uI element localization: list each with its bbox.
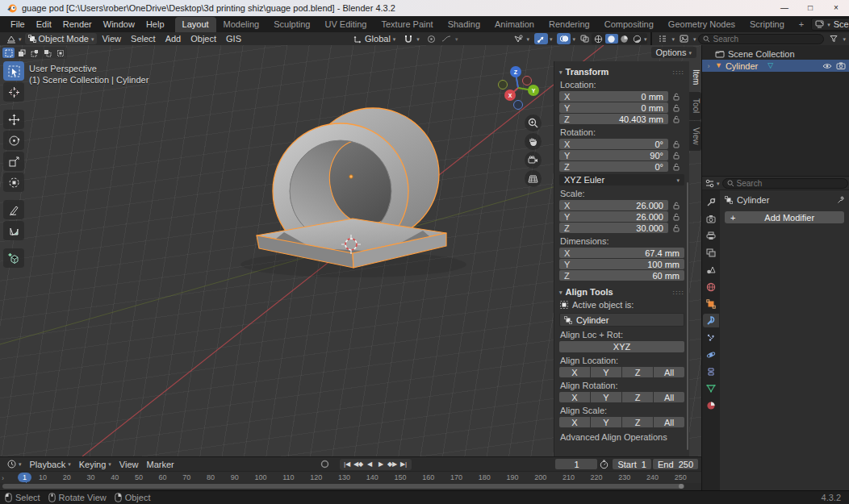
panel-drag-dots[interactable]: :::: (672, 289, 684, 296)
workspace-tab-geometry-nodes[interactable]: Geometry Nodes (661, 17, 742, 32)
properties-search-input[interactable] (737, 179, 843, 188)
align-scale-x-button[interactable]: X (559, 417, 590, 427)
workspace-tab-sculpting[interactable]: Sculpting (266, 17, 317, 32)
next-keyframe-button[interactable]: ◆▶ (387, 459, 398, 470)
select-subtract-mode-button[interactable] (28, 48, 40, 58)
scale-z-field[interactable]: Z30.000 (559, 223, 668, 233)
tab-particle-properties[interactable] (703, 331, 719, 344)
chevron-down-icon[interactable]: ▾ (572, 36, 575, 42)
snap-magnet-icon[interactable] (401, 33, 415, 44)
location-x-field[interactable]: X0 mm (559, 91, 668, 102)
stopwatch-icon[interactable] (597, 459, 611, 470)
auto-keying-record-icon[interactable] (318, 459, 332, 470)
dimensions-y-field[interactable]: Y100 mm (559, 259, 684, 269)
annotate-tool[interactable] (3, 200, 24, 219)
scale-x-field[interactable]: X26.000 (559, 200, 668, 210)
gizmo-axis-neg-z[interactable] (514, 101, 523, 110)
overlays-toggle-icon[interactable] (557, 33, 571, 44)
options-button[interactable]: Options ▾ (651, 47, 696, 58)
n-panel-tab-item[interactable]: Item (689, 63, 701, 91)
dimensions-z-field[interactable]: Z60 mm (559, 270, 684, 281)
scale-tool[interactable] (3, 152, 24, 171)
add-workspace-button[interactable]: + (792, 17, 811, 32)
chevron-down-icon[interactable]: ▾ (671, 36, 675, 42)
workspace-tab-animation[interactable]: Animation (487, 17, 542, 32)
workspace-tab-shading[interactable]: Shading (441, 17, 487, 32)
n-panel-tab-tool[interactable]: Tool (689, 92, 701, 119)
align-loc-rot-xyz-button[interactable]: XYZ (559, 341, 684, 352)
falloff-curve-icon[interactable] (440, 33, 454, 44)
expand-icon[interactable]: › (705, 62, 712, 70)
tab-physics-properties[interactable] (703, 348, 719, 361)
material-preview-shading-icon[interactable] (618, 34, 631, 44)
lock-icon[interactable] (668, 140, 684, 148)
play-button[interactable]: ▶ (376, 459, 387, 470)
transform-orientation-selector[interactable]: Global ▾ (350, 33, 399, 44)
align-rotation-z-button[interactable]: Z (622, 392, 653, 402)
workspace-tab-layout[interactable]: Layout (175, 17, 216, 32)
breadcrumb-object-name[interactable]: Cylinder (737, 195, 769, 205)
scale-y-field[interactable]: Y26.000 (559, 211, 668, 222)
select-extend-mode-button[interactable] (15, 48, 27, 58)
start-frame-field[interactable]: Start 1 (613, 459, 650, 469)
scrollbar-thumb[interactable] (2, 484, 684, 489)
tab-object-data-properties[interactable] (703, 381, 719, 395)
select-box-tool[interactable] (3, 61, 24, 81)
gizmos-toggle-icon[interactable] (534, 33, 548, 44)
play-reverse-button[interactable]: ◀ (365, 459, 375, 470)
filter-funnel-icon[interactable] (826, 33, 840, 44)
tab-material-properties[interactable] (703, 398, 719, 412)
tab-scene-properties[interactable] (703, 263, 719, 277)
visibility-icon[interactable] (511, 33, 525, 44)
lock-icon[interactable] (668, 115, 684, 123)
align-scale-all-button[interactable]: All (654, 417, 684, 427)
menu-render[interactable]: Render (57, 16, 98, 32)
chevron-down-icon[interactable]: ▾ (526, 36, 529, 42)
lock-icon[interactable] (668, 104, 684, 112)
solid-shading-icon[interactable] (605, 34, 618, 44)
menu-playback[interactable]: Playback▾ (26, 460, 75, 469)
align-scale-z-button[interactable]: Z (622, 417, 653, 427)
transform-panel-header[interactable]: ▾ Transform :::: (559, 67, 684, 77)
navigation-gizmo[interactable]: Z X Y (494, 63, 546, 111)
scene-selector[interactable]: ▾ Scene (811, 18, 849, 31)
panel-drag-dots[interactable]: :::: (672, 69, 684, 76)
workspace-tab-scripting[interactable]: Scripting (742, 17, 792, 32)
measure-tool[interactable] (3, 221, 24, 240)
align-location-x-button[interactable]: X (559, 367, 590, 377)
move-tool[interactable] (3, 110, 24, 129)
timeline-scrollbar[interactable] (0, 483, 701, 490)
lock-icon[interactable] (668, 93, 684, 101)
active-object-field[interactable]: Cylinder (559, 313, 684, 327)
wireframe-shading-icon[interactable] (592, 34, 605, 44)
pan-hand-icon[interactable] (525, 133, 542, 150)
menu-keying[interactable]: Keying▾ (75, 460, 115, 469)
tab-render-properties[interactable] (703, 212, 719, 226)
workspace-tab-modeling[interactable]: Modeling (216, 17, 267, 32)
disable-render-camera-icon[interactable] (836, 62, 846, 69)
chevron-down-icon[interactable]: ▾ (644, 36, 647, 42)
menu-help[interactable]: Help (140, 16, 170, 32)
perspective-toggle-grid-icon[interactable] (525, 170, 542, 187)
jump-to-start-button[interactable]: |◀ (342, 459, 353, 470)
current-frame-badge[interactable]: 1 (18, 473, 31, 482)
transform-tool[interactable] (3, 173, 24, 192)
align-scale-y-button[interactable]: Y (591, 417, 621, 427)
align-rotation-all-button[interactable]: All (654, 392, 684, 402)
chevron-down-icon[interactable]: ▾ (717, 181, 720, 186)
align-location-z-button[interactable]: Z (622, 367, 653, 377)
editor-type-selector[interactable]: ▾ (3, 33, 25, 44)
align-location-y-button[interactable]: Y (591, 367, 621, 377)
add-cube-tool[interactable] (3, 248, 24, 268)
align-location-all-button[interactable]: All (654, 367, 684, 377)
pin-icon[interactable] (837, 196, 844, 204)
workspace-tab-rendering[interactable]: Rendering (542, 17, 597, 32)
select-invert-mode-button[interactable] (41, 48, 53, 58)
chevron-down-icon[interactable]: ▾ (843, 36, 846, 42)
zoom-icon[interactable] (525, 115, 542, 131)
rotate-tool[interactable] (3, 131, 24, 150)
jump-to-end-button[interactable]: ▶| (399, 459, 409, 470)
close-button[interactable]: × (823, 0, 849, 16)
prev-keyframe-button[interactable]: ◀◆ (353, 459, 364, 470)
rendered-shading-icon[interactable] (631, 34, 644, 44)
